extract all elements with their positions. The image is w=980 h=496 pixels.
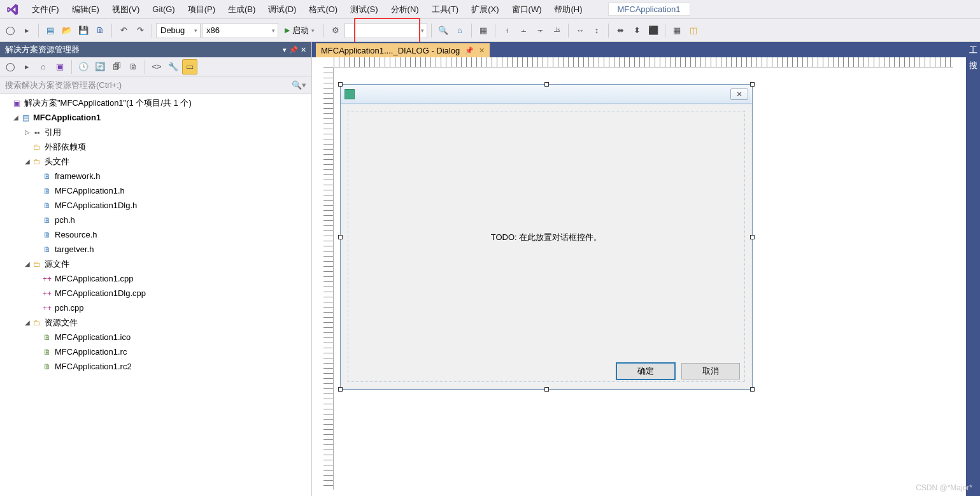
file-node[interactable]: 🗎MFCApplication1Dlg.h	[0, 198, 311, 213]
se-refresh-button[interactable]: 🔄	[92, 59, 108, 74]
solution-node[interactable]: ▣ 解决方案"MFCApplication1"(1 个项目/共 1 个)	[0, 96, 311, 110]
menu-edit[interactable]: 编辑(E)	[66, 1, 106, 18]
search-tab[interactable]: 搜	[969, 60, 977, 71]
menu-help[interactable]: 帮助(H)	[548, 1, 588, 18]
resources-folder[interactable]: ◢ 🗀 资源文件	[0, 315, 311, 330]
same-size-button[interactable]: ⬛	[646, 23, 661, 38]
menu-window[interactable]: 窗口(W)	[506, 1, 548, 18]
resize-handle[interactable]	[338, 82, 343, 87]
dialog-close-button[interactable]: ✕	[730, 89, 748, 100]
find-button[interactable]: 🔍	[436, 23, 451, 38]
expand-icon[interactable]: ◢	[23, 260, 32, 267]
dialog-designer-canvas[interactable]: ✕ TODO: 在此放置对话框控件。 确定 取消	[312, 57, 966, 496]
align-grid-button[interactable]: ▦	[476, 23, 491, 38]
solution-explorer-search[interactable]: 搜索解决方案资源管理器(Ctrl+;) 🔍▾	[0, 76, 311, 94]
file-node[interactable]: ++pch.cpp	[0, 301, 311, 315]
se-code-button[interactable]: <>	[149, 59, 164, 74]
home-button[interactable]: ⌂	[452, 23, 467, 38]
se-collapse-button[interactable]: 🗐	[109, 59, 124, 74]
platform-select[interactable]: x86	[202, 23, 278, 38]
dialog-ok-button[interactable]: 确定	[616, 363, 675, 379]
resize-handle[interactable]	[544, 82, 549, 87]
resize-handle[interactable]	[750, 82, 755, 87]
dialog-body[interactable]: TODO: 在此放置对话框控件。 确定 取消	[341, 104, 752, 389]
new-project-button[interactable]: ▤	[43, 23, 58, 38]
file-node[interactable]: 🗎MFCApplication1.rc2	[0, 359, 311, 374]
process-select[interactable]	[344, 23, 427, 38]
file-node[interactable]: ++MFCApplication1.cpp	[0, 271, 311, 286]
se-forward-button[interactable]: ▸	[19, 59, 34, 74]
toolbox-tab[interactable]: 工	[969, 45, 977, 56]
editor-tab[interactable]: MFCApplication1...._DIALOG - Dialog 📌 ✕	[316, 43, 490, 57]
nav-back-button[interactable]: ◯	[3, 23, 18, 38]
se-pending-button[interactable]: 🕓	[76, 59, 91, 74]
menu-project[interactable]: 项目(P)	[181, 1, 222, 18]
references-node[interactable]: ▷ ▪▪ 引用	[0, 125, 311, 139]
headers-folder[interactable]: ◢ 🗀 头文件	[0, 154, 311, 169]
panel-pin-icon[interactable]: 📌	[289, 46, 298, 54]
menu-file[interactable]: 文件(F)	[25, 1, 66, 18]
se-preview-button[interactable]: ▭	[182, 59, 197, 74]
menu-format[interactable]: 格式(O)	[302, 1, 344, 18]
design-surface[interactable]: ✕ TODO: 在此放置对话框控件。 确定 取消	[340, 76, 951, 490]
se-home-button[interactable]: ⌂	[36, 59, 51, 74]
save-all-button[interactable]: 🗎	[92, 23, 108, 38]
config-select[interactable]: Debug	[156, 23, 201, 38]
menu-extensions[interactable]: 扩展(X)	[465, 1, 505, 18]
start-debug-button[interactable]: ▶ 启动 ▾	[280, 23, 320, 38]
panel-dropdown-icon[interactable]: ▾	[283, 46, 287, 54]
undo-button[interactable]: ↶	[116, 23, 131, 38]
expand-icon[interactable]: ◢	[23, 158, 32, 165]
file-node[interactable]: 🗎pch.h	[0, 213, 311, 227]
same-width-button[interactable]: ⬌	[613, 23, 628, 38]
sources-folder[interactable]: ◢ 🗀 源文件	[0, 257, 311, 271]
align-top-button[interactable]: ⫟	[532, 23, 548, 38]
dialog-cancel-button[interactable]: 取消	[681, 363, 740, 379]
align-left-button[interactable]: ⫞	[499, 23, 515, 38]
se-switch-view-button[interactable]: ▣	[52, 59, 67, 74]
toggle-guides-button[interactable]: ◫	[686, 23, 701, 38]
project-node[interactable]: ◢ ▤ MFCApplication1	[0, 110, 311, 125]
file-node[interactable]: 🗎MFCApplication1.rc	[0, 344, 311, 359]
se-back-button[interactable]: ◯	[3, 59, 18, 74]
open-button[interactable]: 📂	[59, 23, 75, 38]
menu-view[interactable]: 视图(V)	[106, 1, 146, 18]
resize-handle[interactable]	[338, 387, 343, 392]
panel-close-icon[interactable]: ✕	[301, 46, 306, 54]
external-deps-node[interactable]: 🗀 外部依赖项	[0, 139, 311, 154]
file-node[interactable]: 🗎Resource.h	[0, 227, 311, 242]
menu-analyze[interactable]: 分析(N)	[385, 1, 425, 18]
save-button[interactable]: 💾	[76, 23, 91, 38]
redo-button[interactable]: ↷	[132, 23, 148, 38]
expand-icon[interactable]: ◢	[11, 114, 20, 121]
file-node[interactable]: ++MFCApplication1Dlg.cpp	[0, 286, 311, 301]
align-bottom-button[interactable]: ⫡	[549, 23, 564, 38]
tool-a-icon[interactable]: ⚙	[328, 23, 343, 38]
expand-icon[interactable]: ▷	[23, 129, 32, 136]
align-right-button[interactable]: ⫠	[516, 23, 531, 38]
file-node[interactable]: 🗎framework.h	[0, 169, 311, 183]
menu-git[interactable]: Git(G)	[146, 2, 181, 17]
space-down-button[interactable]: ↕	[589, 23, 604, 38]
file-node[interactable]: 🗎targetver.h	[0, 242, 311, 257]
pin-icon[interactable]: 📌	[465, 46, 474, 55]
menu-build[interactable]: 生成(B)	[222, 1, 262, 18]
expand-icon[interactable]: ◢	[23, 319, 32, 326]
resize-handle[interactable]	[544, 387, 549, 392]
file-node[interactable]: 🗎MFCApplication1.ico	[0, 330, 311, 344]
menu-test[interactable]: 测试(S)	[344, 1, 384, 18]
toggle-grid-button[interactable]: ▦	[669, 23, 685, 38]
resize-handle[interactable]	[750, 235, 755, 239]
se-properties-button[interactable]: 🔧	[166, 59, 181, 74]
space-across-button[interactable]: ↔	[572, 23, 588, 38]
same-height-button[interactable]: ⬍	[629, 23, 644, 38]
menu-debug[interactable]: 调试(D)	[262, 1, 302, 18]
menu-tools[interactable]: 工具(T)	[425, 1, 465, 18]
resize-handle[interactable]	[338, 235, 343, 239]
dialog-preview[interactable]: ✕ TODO: 在此放置对话框控件。 确定 取消	[340, 84, 753, 390]
se-show-all-button[interactable]: 🗎	[125, 59, 141, 74]
file-node[interactable]: 🗎MFCApplication1.h	[0, 183, 311, 198]
resize-handle[interactable]	[750, 387, 755, 392]
close-icon[interactable]: ✕	[479, 46, 485, 55]
nav-forward-button[interactable]: ▸	[19, 23, 34, 38]
